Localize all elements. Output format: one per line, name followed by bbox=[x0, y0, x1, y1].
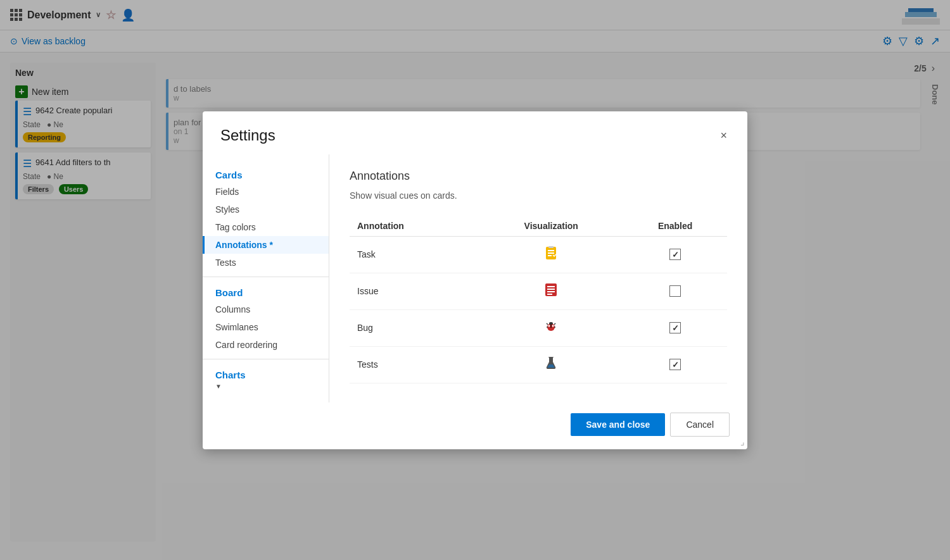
svg-line-18 bbox=[547, 323, 548, 325]
modal-overlay: Settings × Cards Fields Styles Tag color… bbox=[0, 0, 950, 560]
content-description: Show visual cues on cards. bbox=[350, 190, 727, 201]
svg-rect-12 bbox=[547, 291, 555, 292]
settings-modal: Settings × Cards Fields Styles Tag color… bbox=[203, 111, 747, 449]
nav-charts[interactable]: Charts bbox=[215, 370, 316, 380]
tests-enabled-cell[interactable] bbox=[631, 359, 719, 370]
content-title: Annotations bbox=[350, 170, 727, 183]
svg-rect-11 bbox=[547, 289, 555, 290]
nav-styles[interactable]: Styles bbox=[203, 201, 329, 218]
nav-divider2 bbox=[203, 359, 329, 359]
annotation-bug-name: Bug bbox=[357, 323, 373, 333]
nav-columns[interactable]: Columns bbox=[203, 301, 329, 318]
tests-checkbox[interactable] bbox=[669, 359, 681, 370]
nav-tests[interactable]: Tests bbox=[203, 254, 329, 271]
issue-enabled-cell[interactable] bbox=[631, 285, 719, 297]
issue-checkbox[interactable] bbox=[669, 285, 681, 297]
save-close-button[interactable]: Save and close bbox=[571, 413, 665, 436]
modal-body: Cards Fields Styles Tag colors Annotatio… bbox=[203, 154, 747, 402]
col-annotation: Annotation bbox=[350, 216, 479, 237]
col-visualization: Visualization bbox=[479, 216, 623, 237]
svg-point-15 bbox=[548, 325, 550, 327]
svg-rect-7 bbox=[548, 246, 554, 248]
settings-content: Annotations Show visual cues on cards. A… bbox=[329, 154, 747, 402]
modal-title: Settings bbox=[220, 127, 276, 144]
tests-viz-icon bbox=[543, 356, 559, 374]
modal-footer: Save and close Cancel bbox=[203, 402, 747, 449]
svg-line-19 bbox=[554, 323, 555, 325]
row-issue: Issue bbox=[350, 273, 727, 309]
annotations-table: Annotation Visualization Enabled Task bbox=[350, 216, 727, 383]
charts-arrow-icon: ▼ bbox=[215, 383, 316, 390]
svg-point-16 bbox=[552, 325, 554, 327]
settings-nav: Cards Fields Styles Tag colors Annotatio… bbox=[203, 154, 329, 402]
nav-board-section[interactable]: Board bbox=[203, 282, 329, 301]
annotation-tests-name: Tests bbox=[357, 359, 378, 370]
nav-divider bbox=[203, 277, 329, 277]
task-viz-icon bbox=[543, 246, 559, 264]
row-tests: Tests bbox=[350, 346, 727, 383]
nav-swimlanes[interactable]: Swimlanes bbox=[203, 318, 329, 336]
nav-charts-section: Charts ▼ bbox=[203, 364, 329, 392]
svg-rect-6 bbox=[548, 255, 552, 256]
nav-fields[interactable]: Fields bbox=[203, 183, 329, 201]
nav-cards-section[interactable]: Cards bbox=[203, 165, 329, 183]
svg-rect-10 bbox=[547, 286, 555, 287]
bug-viz-icon bbox=[543, 319, 559, 337]
row-task: Task bbox=[350, 236, 727, 273]
issue-viz-icon bbox=[543, 282, 559, 301]
annotation-task-name: Task bbox=[357, 249, 376, 259]
nav-annotations[interactable]: Annotations * bbox=[203, 236, 329, 254]
row-bug: Bug bbox=[350, 309, 727, 346]
svg-rect-5 bbox=[548, 252, 554, 254]
nav-card-reordering[interactable]: Card reordering bbox=[203, 336, 329, 354]
task-enabled-cell[interactable] bbox=[631, 249, 719, 260]
bug-enabled-cell[interactable] bbox=[631, 322, 719, 333]
modal-close-button[interactable]: × bbox=[718, 127, 730, 144]
bug-checkbox[interactable] bbox=[669, 322, 681, 333]
col-enabled: Enabled bbox=[623, 216, 727, 237]
svg-rect-13 bbox=[547, 294, 552, 295]
nav-tag-colors[interactable]: Tag colors bbox=[203, 218, 329, 236]
task-checkbox[interactable] bbox=[669, 249, 681, 260]
svg-point-22 bbox=[549, 322, 553, 325]
modal-header: Settings × bbox=[203, 111, 747, 154]
cancel-button[interactable]: Cancel bbox=[670, 413, 730, 437]
resize-handle[interactable]: ⌟ bbox=[740, 437, 745, 447]
svg-rect-4 bbox=[548, 250, 554, 251]
annotation-issue-name: Issue bbox=[357, 286, 378, 296]
svg-rect-23 bbox=[548, 357, 554, 358]
